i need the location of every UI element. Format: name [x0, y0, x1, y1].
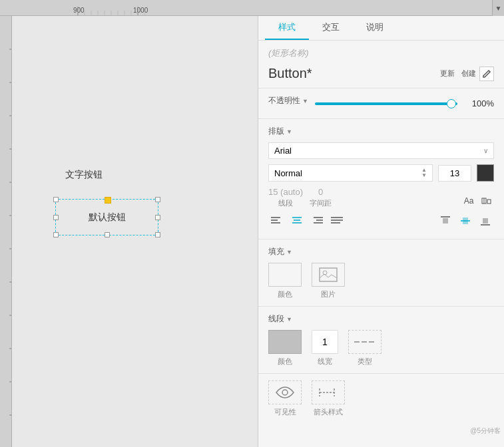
fill-color-label: 颜色: [278, 289, 292, 299]
handle-top-middle-yellow[interactable]: [105, 197, 111, 204]
fill-image-label: 图片: [321, 289, 336, 299]
bottom-row: 可见性 箭头样式: [258, 374, 504, 424]
main-area: 文字按钮 默认按钮: [0, 16, 504, 447]
tab-description[interactable]: 说明: [353, 16, 397, 40]
font-style-stepper[interactable]: ▲ ▼: [421, 168, 427, 178]
opacity-label: 不透明性 ▼: [268, 95, 308, 106]
svg-rect-44: [320, 268, 337, 281]
char-spacing-item: 0 字间距: [310, 187, 332, 208]
text-transform-icon[interactable]: [479, 194, 494, 208]
fill-image-icon: [319, 267, 338, 282]
svg-rect-25: [487, 200, 491, 204]
arrow-style-box[interactable]: [312, 380, 345, 404]
font-style-select[interactable]: Normal ▲ ▼: [268, 164, 433, 182]
left-ruler: [0, 16, 12, 447]
svg-rect-39: [443, 218, 448, 224]
visibility-box[interactable]: [268, 380, 302, 404]
create-button[interactable]: 创建: [461, 69, 476, 78]
handle-mid-right[interactable]: [155, 215, 160, 220]
line-type-label: 类型: [358, 357, 372, 367]
line-type-icon: [353, 337, 377, 347]
ruler-ticks: [0, 0, 504, 15]
top-ruler: 900 1000 ▼: [0, 0, 504, 16]
visibility-item: 可见性: [268, 380, 302, 417]
fill-row: 颜色 图片: [268, 263, 494, 299]
font-color-box[interactable]: [477, 164, 494, 182]
line-type-item: 类型: [348, 330, 381, 367]
line-color-item: 颜色: [268, 330, 302, 367]
text-aa-icon[interactable]: Aa: [461, 194, 476, 208]
opacity-value: 100%: [464, 98, 494, 108]
button-widget-inner: 默认按钮: [55, 199, 158, 235]
button-widget-text: 默认按钮: [89, 212, 126, 224]
spacing-row: 15 (auto) 线段 0 字间距 Aa: [268, 187, 494, 208]
valign-top-btn[interactable]: [437, 214, 454, 228]
handle-top-left[interactable]: [53, 197, 59, 202]
fill-label: 填充 ▼: [268, 246, 494, 257]
watermark-container: @5分钟客: [258, 424, 504, 437]
canvas: 文字按钮 默认按钮: [12, 16, 258, 447]
handle-mid-left[interactable]: [53, 215, 59, 220]
line-color-box[interactable]: [268, 330, 302, 354]
opacity-slider-container[interactable]: [315, 102, 457, 105]
align-justify-btn[interactable]: [328, 214, 346, 228]
line-width-label: 线宽: [318, 357, 332, 367]
svg-point-49: [282, 390, 288, 395]
align-center-btn[interactable]: [288, 214, 306, 228]
text-align-row: [268, 214, 494, 228]
line-spacing-item: 15 (auto) 线段: [268, 187, 303, 208]
line-width-input[interactable]: 1: [312, 330, 338, 354]
style-actions: 更新 创建: [440, 67, 494, 81]
component-name-placeholder: (矩形名称): [258, 41, 504, 63]
line-color-label: 颜色: [278, 357, 292, 367]
update-button[interactable]: 更新: [440, 69, 455, 78]
scroll-arrow-down[interactable]: ▼: [492, 0, 504, 16]
fill-arrow[interactable]: ▼: [286, 249, 292, 255]
typography-section: 排版 ▼ Arial ∨ Normal ▲ ▼: [258, 119, 504, 239]
visibility-icon: [275, 386, 295, 399]
style-name: Button*: [268, 66, 440, 81]
valign-mid-btn[interactable]: [457, 214, 474, 228]
canvas-section: 文字按钮 默认按钮: [0, 16, 258, 447]
edit-icon[interactable]: [479, 67, 494, 81]
font-select[interactable]: Arial ∨: [268, 142, 494, 159]
typography-arrow[interactable]: ▼: [286, 128, 292, 135]
valign-bot-btn[interactable]: [477, 214, 494, 228]
align-left-btn[interactable]: [268, 214, 286, 228]
line-arrow[interactable]: ▼: [286, 316, 292, 323]
align-right-btn[interactable]: [308, 214, 326, 228]
char-spacing-label: 字间距: [310, 198, 332, 208]
handle-bot-left[interactable]: [53, 232, 59, 237]
line-section: 线段 ▼ 颜色 1 线宽: [258, 307, 504, 374]
tab-interact[interactable]: 交互: [309, 16, 353, 40]
fill-image-item: 图片: [312, 263, 345, 299]
right-panel: 样式 交互 说明 (矩形名称) Button* 更新 创建: [258, 16, 504, 447]
fill-color-box[interactable]: [268, 263, 302, 287]
line-spacing-value: 15 (auto): [268, 187, 303, 197]
handle-top-right[interactable]: [155, 197, 160, 202]
line-type-box[interactable]: [348, 330, 381, 354]
font-row: Arial ∨: [268, 142, 494, 159]
svg-rect-43: [483, 218, 488, 224]
svg-point-45: [323, 271, 327, 275]
widget-label: 文字按钮: [65, 169, 103, 181]
font-size-input[interactable]: 13: [438, 165, 471, 182]
button-widget[interactable]: 默认按钮: [55, 199, 158, 235]
arrow-style-item: 箭头样式: [312, 380, 345, 417]
edit-svg: [482, 69, 491, 78]
fill-image-box[interactable]: [312, 263, 345, 287]
line-width-item: 1 线宽: [312, 330, 338, 367]
opacity-thumb[interactable]: [447, 99, 456, 108]
char-spacing-value: 0: [318, 187, 323, 197]
font-style-value: Normal: [274, 168, 302, 178]
tab-style[interactable]: 样式: [265, 16, 309, 40]
handle-bot-mid[interactable]: [105, 232, 110, 237]
arrow-style-icon: [318, 386, 338, 399]
visibility-label: 可见性: [274, 407, 296, 417]
opacity-arrow[interactable]: ▼: [302, 98, 308, 104]
handle-bot-right[interactable]: [155, 232, 160, 237]
opacity-slider[interactable]: [315, 102, 457, 105]
panel-tabs: 样式 交互 说明: [258, 16, 504, 41]
style-name-row: Button* 更新 创建: [258, 63, 504, 88]
font-name: Arial: [274, 146, 292, 156]
